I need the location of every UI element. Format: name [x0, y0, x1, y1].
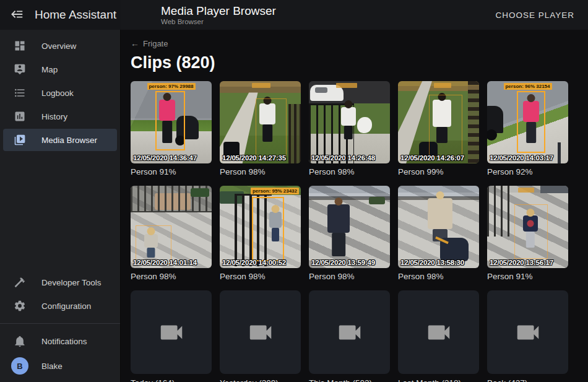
breadcrumb[interactable]: ← Frigate [131, 37, 168, 50]
clip-card[interactable]: person: 95% 23432 12/05/2020 14:00:52 Pe… [220, 186, 301, 282]
app-title: Home Assistant [35, 8, 116, 22]
sidebar-item-user[interactable]: B Blake [3, 354, 117, 378]
sidebar-item-history[interactable]: History [3, 105, 117, 128]
video-camera-icon [335, 318, 364, 347]
sidebar-item-label: Developer Tools [41, 278, 102, 287]
media-browser-content: ← Frigate Clips (820) person: 97% 29988 … [121, 30, 588, 382]
clip-caption: Person 98% [131, 272, 212, 282]
person-figure [327, 204, 350, 233]
railing-shape [288, 104, 301, 163]
clip-card[interactable]: person: 97% 29988 12/05/2020 14:36:47 Pe… [131, 81, 212, 178]
folder-card-last-month[interactable]: Last Month (318) [398, 290, 479, 382]
sidebar-item-map[interactable]: Map [3, 58, 117, 80]
sidebar-item-configuration[interactable]: Configuration [3, 295, 117, 317]
folder-label: Back (427) [487, 378, 568, 382]
shrub-shape [369, 197, 385, 204]
page-title-clips: Clips (820) [131, 53, 578, 72]
clip-card[interactable]: person: 96% 32154 12/05/2020 14:03:17 Pe… [487, 81, 568, 178]
clip-caption: Person 99% [398, 167, 479, 178]
clip-thumbnail: 12/05/2020 13:58:30 [398, 186, 479, 268]
page-title: Media Player Browser [161, 4, 276, 17]
folder-card-yesterday[interactable]: Yesterday (209) [220, 290, 301, 382]
video-camera-icon [246, 318, 275, 347]
clip-caption: Person 91% [487, 272, 568, 282]
pole-shape [558, 142, 561, 163]
sidebar-item-notifications[interactable]: Notifications [3, 330, 117, 352]
video-camera-icon [425, 318, 453, 347]
sidebar-item-overview[interactable]: Overview [3, 35, 117, 57]
detection-box [429, 95, 462, 157]
folder-tile [220, 290, 301, 374]
folder-label: Yesterday (209) [220, 378, 301, 382]
sidebar-header: Home Assistant [0, 0, 121, 30]
detection-label: person: 95% 23432 [251, 188, 299, 194]
clip-timestamp: 12/05/2020 14:01:14 [133, 259, 197, 266]
folder-label: This Month (502) [309, 378, 390, 382]
clip-card[interactable]: 12/05/2020 13:58:30 Person 98% [398, 186, 479, 282]
sidebar-bottom: Developer Tools Configuration Notificati… [0, 270, 120, 380]
sidebar-toggle-button[interactable] [9, 6, 26, 24]
folder-card-back[interactable]: Back (427) [487, 290, 568, 382]
clip-caption: Person 98% [309, 272, 390, 282]
hammer-icon [14, 276, 26, 289]
clip-thumbnail: 12/05/2020 13:59:49 [309, 186, 390, 268]
clip-thumbnail: 12/05/2020 14:26:48 [309, 81, 390, 163]
railing-shape [468, 81, 479, 163]
clip-caption: Person 98% [309, 167, 390, 178]
menu-open-icon [11, 7, 24, 23]
detection-label-partial [434, 83, 451, 88]
clip-thumbnail: 12/05/2020 14:27:35 [220, 81, 301, 163]
sidebar-item-label: History [41, 112, 67, 121]
folder-label: Today (164) [131, 378, 212, 382]
sidebar: Overview Map Logbook History Media Brows… [0, 30, 121, 382]
video-camera-icon [514, 318, 542, 347]
page-subtitle: Web Browser [161, 17, 276, 26]
detection-label-partial [336, 83, 357, 88]
clip-card[interactable]: 12/05/2020 14:27:35 Person 98% [220, 81, 301, 178]
bag-shape [440, 238, 469, 261]
clip-caption: Person 92% [487, 167, 568, 178]
page-heading: Media Player Browser Web Browser [161, 4, 276, 26]
video-camera-icon [157, 318, 186, 347]
sidebar-item-developer-tools[interactable]: Developer Tools [3, 271, 117, 293]
clip-thumbnail: person: 97% 29988 12/05/2020 14:36:47 [131, 81, 212, 163]
detection-label-partial [518, 188, 534, 193]
detection-box [155, 91, 185, 150]
content-header: Media Player Browser Web Browser CHOOSE … [121, 0, 588, 30]
clip-card[interactable]: 12/05/2020 14:01:14 Person 98% [131, 186, 212, 282]
clip-timestamp: 12/05/2020 13:56:17 [490, 259, 553, 266]
play-box-multiple-icon [14, 134, 26, 146]
sidebar-item-label: Configuration [41, 302, 91, 311]
clip-thumbnail: 12/05/2020 13:56:17 [487, 186, 568, 268]
sidebar-item-media-browser[interactable]: Media Browser [3, 129, 117, 151]
clip-card[interactable]: 12/05/2020 13:59:49 Person 98% [309, 186, 390, 282]
detection-label: person: 97% 29988 [147, 83, 195, 90]
detection-box [517, 91, 545, 153]
gear-icon [14, 300, 26, 312]
user-name: Blake [41, 362, 63, 371]
detection-box [252, 197, 284, 261]
choose-player-button[interactable]: CHOOSE PLAYER [491, 6, 578, 25]
view-dashboard-icon [14, 40, 26, 52]
clip-caption: Person 98% [220, 272, 301, 282]
clip-timestamp: 12/05/2020 14:03:17 [490, 154, 553, 162]
breadcrumb-label: Frigate [143, 39, 168, 48]
clip-timestamp: 12/05/2020 13:58:30 [400, 259, 464, 266]
format-list-icon [14, 87, 26, 99]
chart-box-icon [14, 110, 26, 123]
folder-tile [487, 290, 568, 374]
folder-card-this-month[interactable]: This Month (502) [309, 290, 390, 382]
bell-icon [14, 335, 26, 347]
folder-card-today[interactable]: Today (164) [131, 290, 212, 382]
detection-label-partial [252, 83, 270, 88]
sidebar-item-label: Overview [41, 41, 76, 51]
clip-card[interactable]: 12/05/2020 13:56:17 Person 91% [487, 186, 568, 282]
clip-thumbnail: person: 96% 32154 12/05/2020 14:03:17 [487, 81, 568, 163]
clip-thumbnail: 12/05/2020 14:26:07 [398, 81, 479, 163]
clip-timestamp: 12/05/2020 14:27:35 [222, 154, 286, 162]
sidebar-item-logbook[interactable]: Logbook [3, 82, 117, 104]
sidebar-nav: Overview Map Logbook History Media Brows… [0, 30, 120, 151]
clip-card[interactable]: 12/05/2020 14:26:07 Person 99% [398, 81, 479, 178]
clip-card[interactable]: 12/05/2020 14:26:48 Person 98% [309, 81, 390, 178]
toy-vehicle-shape [191, 188, 209, 197]
